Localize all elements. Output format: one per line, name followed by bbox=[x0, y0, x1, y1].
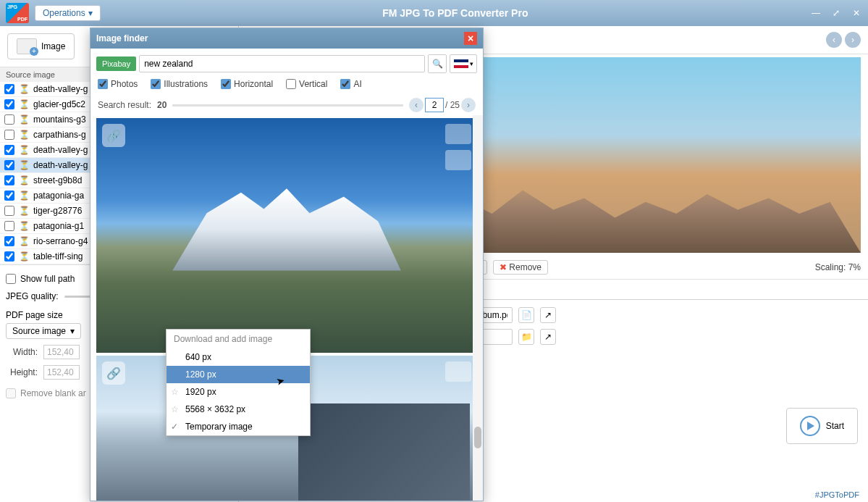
modal-close-button[interactable]: × bbox=[464, 32, 477, 45]
remove-button[interactable]: ✖Remove bbox=[493, 260, 548, 275]
folder-icon: 📁 bbox=[521, 332, 532, 342]
search-icon: 🔍 bbox=[432, 59, 443, 69]
ai-filter[interactable]: AI bbox=[340, 79, 361, 89]
pixabay-badge[interactable]: Pixabay bbox=[96, 57, 136, 71]
pdf-icon-button[interactable]: 📄 bbox=[518, 307, 534, 323]
operations-button[interactable]: Operations ▾ bbox=[35, 5, 101, 21]
ctx-1280px[interactable]: 1280 px bbox=[167, 366, 310, 383]
file-checkbox[interactable] bbox=[4, 145, 14, 155]
page-size-select[interactable]: Source image ▾ bbox=[6, 323, 81, 339]
file-name: mountains-g3 bbox=[33, 114, 86, 125]
add-image-button[interactable]: Image bbox=[7, 33, 75, 59]
page-input[interactable] bbox=[425, 98, 444, 112]
jpeg-quality-label: JPEG quality: bbox=[6, 291, 59, 301]
page-total: / 25 bbox=[445, 100, 460, 110]
camera-icon[interactable] bbox=[445, 124, 471, 144]
hourglass-icon: ⏳ bbox=[19, 175, 29, 185]
ctx-5568px[interactable]: ☆5568 × 3632 px bbox=[167, 401, 310, 418]
result-label: Search result: bbox=[98, 100, 151, 110]
file-checkbox[interactable] bbox=[4, 99, 14, 109]
hourglass-icon: ⏳ bbox=[19, 84, 29, 94]
add-image-icon bbox=[17, 38, 37, 54]
file-checkbox[interactable] bbox=[4, 175, 14, 185]
file-checkbox[interactable] bbox=[4, 206, 14, 216]
width-label: Width: bbox=[6, 347, 38, 357]
app-title: FM JPG To PDF Converter Pro bbox=[101, 7, 810, 19]
ctx-1920px[interactable]: ☆1920 px bbox=[167, 383, 310, 401]
file-checkbox[interactable] bbox=[4, 84, 14, 94]
play-icon bbox=[800, 416, 820, 436]
start-button[interactable]: Start bbox=[786, 408, 858, 444]
hourglass-icon: ⏳ bbox=[19, 251, 29, 262]
file-checkbox[interactable] bbox=[4, 191, 14, 201]
download-icon[interactable] bbox=[445, 150, 471, 170]
ctx-temporary[interactable]: ✓Temporary image bbox=[167, 418, 310, 435]
file-checkbox[interactable] bbox=[4, 236, 14, 246]
open-external-button[interactable]: ↗ bbox=[540, 307, 556, 323]
file-name: death-valley-g bbox=[33, 84, 88, 94]
link-icon[interactable]: 🔗 bbox=[102, 361, 125, 385]
ctx-640px[interactable]: 640 px bbox=[167, 348, 310, 366]
height-input[interactable] bbox=[43, 365, 80, 380]
close-button[interactable]: ✕ bbox=[851, 7, 862, 19]
remove-blank-checkbox[interactable] bbox=[6, 388, 16, 398]
star-icon: ☆ bbox=[171, 387, 179, 397]
file-checkbox[interactable] bbox=[4, 160, 14, 170]
file-checkbox[interactable] bbox=[4, 114, 14, 125]
file-checkbox[interactable] bbox=[4, 130, 14, 140]
scrollbar-handle[interactable] bbox=[474, 427, 481, 448]
modal-title: Image finder bbox=[96, 33, 148, 43]
hourglass-icon: ⏳ bbox=[19, 236, 29, 246]
file-checkbox[interactable] bbox=[4, 221, 14, 231]
result-zoom-slider[interactable] bbox=[172, 104, 403, 106]
ctx-header: Download and add image bbox=[167, 330, 310, 348]
horizontal-filter[interactable]: Horizontal bbox=[221, 79, 273, 89]
link-icon[interactable]: 🔗 bbox=[102, 124, 125, 147]
file-name: patagonia-ga bbox=[33, 191, 84, 201]
footer-hashtag[interactable]: #JPGToPDF bbox=[815, 490, 859, 499]
minimize-button[interactable]: — bbox=[810, 7, 822, 19]
star-icon: ☆ bbox=[171, 404, 179, 414]
pdf-icon: 📄 bbox=[521, 310, 532, 320]
next-page-button[interactable]: › bbox=[461, 98, 476, 112]
result-count: 20 bbox=[157, 100, 167, 110]
folder-button[interactable]: 📁 bbox=[518, 329, 534, 345]
search-input[interactable] bbox=[139, 55, 425, 72]
prev-page-button[interactable]: ‹ bbox=[409, 98, 424, 112]
start-label: Start bbox=[826, 421, 844, 431]
photos-filter[interactable]: Photos bbox=[98, 79, 138, 89]
file-name: patagonia-g1 bbox=[33, 221, 84, 231]
illustrations-filter[interactable]: Illustrations bbox=[151, 79, 208, 89]
height-label: Height: bbox=[6, 367, 38, 377]
hourglass-icon: ⏳ bbox=[19, 221, 29, 231]
open-folder-external-button[interactable]: ↗ bbox=[540, 329, 556, 345]
thumbnail-scrollbar[interactable] bbox=[473, 115, 483, 501]
search-button[interactable]: 🔍 bbox=[428, 54, 447, 73]
vertical-filter[interactable]: Vertical bbox=[286, 79, 327, 89]
chevron-down-icon: ▾ bbox=[70, 326, 75, 336]
download-icon[interactable] bbox=[445, 361, 471, 382]
remove-icon: ✖ bbox=[500, 262, 507, 272]
maximize-button[interactable]: ⤢ bbox=[830, 7, 842, 19]
add-image-label: Image bbox=[41, 41, 65, 51]
download-context-menu: Download and add image 640 px 1280 px ☆1… bbox=[166, 329, 311, 436]
show-full-path-checkbox[interactable] bbox=[6, 274, 16, 284]
next-image-button[interactable]: › bbox=[845, 32, 861, 48]
file-checkbox[interactable] bbox=[4, 251, 14, 262]
hourglass-icon: ⏳ bbox=[19, 145, 29, 155]
language-button[interactable]: ▾ bbox=[450, 54, 477, 73]
chevron-down-icon: ▾ bbox=[88, 8, 93, 18]
hourglass-icon: ⏳ bbox=[19, 99, 29, 109]
hourglass-icon: ⏳ bbox=[19, 160, 29, 170]
prev-image-button[interactable]: ‹ bbox=[826, 32, 842, 48]
thumbnail-1[interactable]: 🔗 bbox=[96, 118, 477, 353]
width-input[interactable] bbox=[43, 345, 80, 359]
file-name: tiger-g28776 bbox=[33, 206, 82, 216]
show-full-path-label: Show full path bbox=[20, 274, 75, 284]
file-name: carpathians-g bbox=[33, 130, 86, 140]
external-link-icon: ↗ bbox=[544, 332, 552, 342]
file-name: glacier-gd5c2 bbox=[33, 99, 85, 109]
thumbnail-area[interactable]: 🔗 🔗 bbox=[90, 115, 483, 501]
check-icon: ✓ bbox=[171, 422, 178, 432]
hourglass-icon: ⏳ bbox=[19, 206, 29, 216]
